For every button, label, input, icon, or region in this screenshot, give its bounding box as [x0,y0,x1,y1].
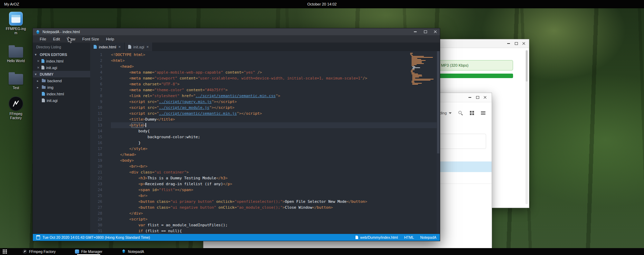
maximize-icon[interactable] [474,93,481,102]
code-line[interactable]: body{ [111,128,440,134]
code-line[interactable]: <button class="ui primary button" onclic… [111,199,440,205]
menu-file[interactable]: File [36,37,50,41]
code-line[interactable]: <script src="../script/jquery.min.js"></… [111,99,440,105]
editor-scrollbar[interactable] [437,51,440,234]
maximize-icon[interactable] [512,39,520,48]
apps-grid-icon [3,249,7,254]
code-line[interactable]: <style> [111,122,440,128]
start-menu-label[interactable]: My ArOZ [0,2,19,6]
code-line[interactable]: <script src="../script/semantic/semantic… [111,111,440,116]
ffmpeg-icon [9,97,23,111]
close-icon[interactable] [432,28,439,35]
icon-label: Hello World [4,59,28,63]
sidebar-item-index-html[interactable]: ✕index.html [33,58,90,64]
menu-font-size[interactable]: Font Size [79,37,103,41]
taskbar-item-file-manager[interactable]: File Manager [75,248,102,255]
code-line[interactable]: <meta name="apple-mobile-web-app-capable… [111,69,440,75]
code-line[interactable]: background-color:white; [111,134,440,140]
desktop-icon-ffmpeg-factory[interactable]: FFmpeg Factory [4,97,28,120]
line-number: 26 [90,199,102,205]
line-number: 18 [90,152,102,158]
code-line[interactable]: <script> [111,216,440,222]
close-icon[interactable]: ✕ [146,45,149,49]
taskbar-item-notepada[interactable]: NotepadA [122,248,144,255]
start-button[interactable] [0,248,10,255]
status-datetime: Tue Oct 20 2020 14:01:43 GMT+0800 (Hong … [42,235,150,239]
desktop-icon-hello-world[interactable]: Hello World [4,44,28,63]
close-icon[interactable]: ✕ [118,45,121,49]
close-icon[interactable] [481,93,489,102]
code-line[interactable]: <meta name="viewport" content="user-scal… [111,75,440,81]
html-file-icon [42,92,45,96]
sidebar-item-backend[interactable]: ▸backend [33,77,90,84]
line-number: 28 [90,210,102,216]
status-bar: Tue Oct 20 2020 14:01:43 GMT+0800 (Hong … [33,234,440,241]
sidebar-section-open-editors[interactable]: ▾OPEN EDITORS [33,51,90,58]
ffmpeg-icon [23,249,27,254]
code-line[interactable]: <div class="ui container"> [111,169,440,175]
minimize-icon[interactable] [466,93,474,102]
code-line[interactable]: <head> [111,64,440,69]
status-language[interactable]: HTML [404,235,414,239]
code-line[interactable]: } [111,140,440,146]
code-line[interactable]: </div> [111,210,440,216]
code-line[interactable]: <br> [111,193,440,199]
code-line[interactable]: <meta name="theme-color" content="#4b75f… [111,87,440,93]
maximize-icon[interactable] [422,28,429,35]
line-number: 16 [90,140,102,146]
tab-index-html[interactable]: index.html✕ [90,42,125,51]
code-line[interactable]: if (flist == null){ [111,228,440,234]
code-line[interactable]: <script src="../script/ao_module.js"></s… [111,105,440,111]
code-line[interactable]: var flist = ao_module_loadInputFiles(); [111,222,440,228]
scrollbar[interactable] [525,50,528,204]
minimap[interactable] [410,53,436,85]
minimize-icon[interactable] [411,28,419,35]
tab-init-agi[interactable]: init.agi✕ [125,42,153,51]
item-label: index.html [46,59,64,63]
item-label: index.html [47,92,64,96]
menu-view[interactable]: View [63,37,79,41]
code-editor[interactable]: 1234567891011121314151617181920212223242… [90,51,440,234]
close-icon[interactable]: ✕ [37,59,40,63]
sidebar-item-init-agi[interactable]: ✕init.agi [33,64,90,71]
window-title: NotepadA - index.html [42,30,80,34]
code-line[interactable]: </style> [111,146,440,152]
code-line[interactable]: <html> [111,58,440,64]
code-line[interactable]: <h3>This is a Dummy Testing Module</h3> [111,175,440,181]
close-icon[interactable] [520,39,528,48]
line-number: 20 [90,163,102,169]
code-lines[interactable]: <!DOCTYPE html><html> <head> <meta name=… [106,51,440,234]
line-number: 14 [90,128,102,134]
close-icon[interactable]: ✕ [37,66,40,69]
code-line[interactable]: <br><br> [111,163,440,169]
taskbar-item-ffmpeg-factory[interactable]: FFmpeg Factory [23,248,56,255]
code-line[interactable]: </head> [111,152,440,158]
code-line[interactable]: <button class="ui negative button" onCli… [111,205,440,210]
sidebar-section-dummy[interactable]: ▾DUMMY [33,71,90,77]
desktop-icon-ffmpeg-ing-m[interactable]: FFMPEG-ing m [4,12,28,35]
notepada-titlebar[interactable]: NotepadA - index.html [33,28,440,35]
code-line[interactable]: <meta charset="UTF-8"> [111,81,440,87]
sidebar-item-index-html[interactable]: index.html [33,91,90,97]
code-line[interactable]: <title>Dummy</title> [111,116,440,122]
file-manager-icon [75,249,79,254]
menu-help[interactable]: Help [103,37,118,41]
search-icon[interactable] [458,111,463,115]
sidebar-item-img[interactable]: ▸img [33,84,90,91]
grid-view-icon[interactable] [470,111,474,115]
code-line[interactable]: <body> [111,158,440,163]
list-view-icon[interactable] [481,111,485,115]
code-line[interactable]: <span id="flist"></span> [111,187,440,193]
minimize-icon[interactable] [505,39,512,48]
code-line[interactable]: <!DOCTYPE html> [111,52,440,58]
status-filepath: web/Dummy/index.html [360,235,398,239]
section-label: OPEN EDITORS [40,53,67,57]
desktop-icon-test[interactable]: Test [4,71,28,90]
code-line[interactable]: <p>Received drag-in filelist (if any)</p… [111,181,440,187]
menu-edit[interactable]: Edit [50,37,64,41]
status-file: web/Dummy/index.html [356,235,398,239]
line-number: 5 [90,75,102,81]
code-line[interactable]: <link rel="stylesheet" href="../script/s… [111,93,440,99]
notepada-window[interactable]: NotepadA - index.html FileEditViewFont S… [32,28,440,241]
sidebar-item-init-agi[interactable]: init.agi [33,97,90,104]
